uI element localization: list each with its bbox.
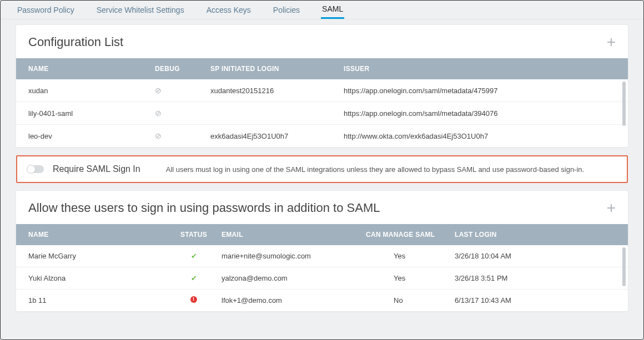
configuration-list-header: Configuration List + [16, 25, 628, 58]
table-header-row: NAME DEBUG SP INITIATED LOGIN ISSUER [16, 58, 628, 79]
configuration-table-wrap: NAME DEBUG SP INITIATED LOGIN ISSUER xud… [16, 58, 628, 148]
col-can-manage[interactable]: CAN MANAGE SAML [360, 224, 449, 245]
tab-policies[interactable]: Policies [272, 6, 301, 19]
config-sp [205, 102, 338, 125]
check-icon: ✔ [191, 252, 197, 260]
configuration-list-card: Configuration List + NAME DEBUG SP INITI… [16, 25, 628, 148]
require-saml-label: Require SAML Sign In [53, 164, 140, 174]
col-email[interactable]: EMAIL [216, 224, 360, 245]
tab-saml[interactable]: SAML [321, 4, 344, 19]
table-row[interactable]: 1b 11 lfok+1@demo.com No 6/13/17 10:43 A… [16, 290, 628, 312]
configuration-list-title: Configuration List [28, 35, 123, 49]
user-last-login: 3/26/18 3:51 PM [449, 267, 628, 290]
user-email: lfok+1@demo.com [216, 290, 360, 312]
col-name[interactable]: NAME [16, 224, 172, 245]
config-sp: exk6adasi4Ej53O1U0h7 [205, 125, 338, 148]
page-container: Password Policy Service Whitelist Settin… [0, 0, 644, 340]
user-last-login: 3/26/18 10:04 AM [449, 245, 628, 267]
bypass-users-table-wrap: NAME STATUS EMAIL CAN MANAGE SAML LAST L… [16, 224, 628, 312]
disabled-icon: ⊘ [155, 86, 162, 95]
user-status: ✔ [172, 245, 216, 267]
table-row[interactable]: lily-0401-saml ⊘ https://app.onelogin.co… [16, 102, 628, 125]
config-issuer: https://app.onelogin.com/saml/metadata/3… [338, 102, 628, 125]
user-email: yalzona@demo.com [216, 267, 360, 290]
table-header-row: NAME STATUS EMAIL CAN MANAGE SAML LAST L… [16, 224, 628, 245]
table-row[interactable]: Marie McGarry ✔ marie+nite@sumologic.com… [16, 245, 628, 267]
config-name: leo-dev [16, 125, 149, 148]
tab-bar: Password Policy Service Whitelist Settin… [1, 1, 643, 19]
require-saml-toggle[interactable] [27, 165, 44, 173]
scrollbar[interactable] [622, 82, 626, 126]
toggle-knob [27, 165, 36, 174]
user-can-manage: No [360, 290, 449, 312]
bypass-users-header: Allow these users to sign in using passw… [16, 191, 628, 224]
col-sp-initiated[interactable]: SP INITIATED LOGIN [205, 58, 338, 79]
scrollbar[interactable] [622, 247, 626, 286]
tab-access-keys[interactable]: Access Keys [205, 6, 252, 19]
disabled-icon: ⊘ [155, 109, 162, 118]
configuration-table: NAME DEBUG SP INITIATED LOGIN ISSUER xud… [16, 58, 628, 148]
user-name: 1b 11 [16, 290, 172, 312]
config-name: lily-0401-saml [16, 102, 149, 125]
require-saml-description: All users must log in using one of the S… [166, 165, 584, 174]
check-icon: ✔ [191, 274, 197, 282]
config-sp: xudantest20151216 [205, 79, 338, 102]
require-saml-panel: Require SAML Sign In All users must log … [16, 155, 628, 183]
table-row[interactable]: Yuki Alzona ✔ yalzona@demo.com Yes 3/26/… [16, 267, 628, 290]
user-name: Yuki Alzona [16, 267, 172, 290]
user-last-login: 6/13/17 10:43 AM [449, 290, 628, 312]
col-name[interactable]: NAME [16, 58, 149, 79]
add-configuration-icon[interactable]: + [607, 37, 616, 48]
table-row[interactable]: leo-dev ⊘ exk6adasi4Ej53O1U0h7 http://ww… [16, 125, 628, 148]
col-status[interactable]: STATUS [172, 224, 216, 245]
user-can-manage: Yes [360, 245, 449, 267]
config-name: xudan [16, 79, 149, 102]
user-status: ✔ [172, 267, 216, 290]
col-last-login[interactable]: LAST LOGIN [449, 224, 628, 245]
config-debug: ⊘ [149, 125, 205, 148]
disabled-icon: ⊘ [155, 131, 162, 140]
add-bypass-user-icon[interactable]: + [607, 202, 616, 214]
col-debug[interactable]: DEBUG [149, 58, 205, 79]
col-issuer[interactable]: ISSUER [338, 58, 628, 79]
config-debug: ⊘ [149, 79, 205, 102]
user-name: Marie McGarry [16, 245, 172, 267]
bypass-users-title: Allow these users to sign in using passw… [28, 201, 380, 215]
tab-service-whitelist[interactable]: Service Whitelist Settings [95, 6, 185, 19]
bypass-users-card: Allow these users to sign in using passw… [16, 191, 628, 312]
config-debug: ⊘ [149, 102, 205, 125]
tab-password-policy[interactable]: Password Policy [16, 6, 76, 19]
user-status [172, 290, 216, 312]
table-row[interactable]: xudan ⊘ xudantest20151216 https://app.on… [16, 79, 628, 102]
config-issuer: http://www.okta.com/exk6adasi4Ej53O1U0h7 [338, 125, 628, 148]
user-can-manage: Yes [360, 267, 449, 290]
alert-icon [190, 296, 197, 303]
user-email: marie+nite@sumologic.com [216, 245, 360, 267]
bypass-users-table: NAME STATUS EMAIL CAN MANAGE SAML LAST L… [16, 224, 628, 312]
config-issuer: https://app.onelogin.com/saml/metadata/4… [338, 79, 628, 102]
